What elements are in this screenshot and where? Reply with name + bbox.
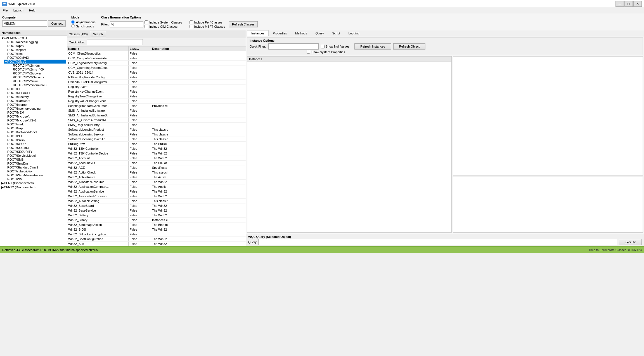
table-row[interactable]: RegistryValueChangeEvent False (67, 99, 246, 104)
ns-item[interactable]: ROOT\Microsoft (4, 114, 66, 118)
menu-help[interactable]: Help (27, 8, 37, 13)
table-row[interactable]: Win32_ActiveRoute False The Active (67, 175, 246, 180)
namespace-tree[interactable]: ▼\\MEMCM\ROOT ROOT\AccessLogging ROOT\Ap… (0, 36, 67, 246)
tab-query[interactable]: Query (311, 30, 328, 36)
ns-item[interactable]: ROOT\Appv (4, 44, 66, 48)
table-row[interactable]: Win32_ApplicationComman... False The App… (67, 184, 246, 189)
ns-item[interactable]: ROOT\MicrosoftIISv2 (4, 118, 66, 122)
ns-item[interactable]: ROOT\SMS (4, 158, 66, 161)
tab-methods[interactable]: Methods (291, 30, 311, 36)
ns-item[interactable]: ROOT\CIMV2\Security (10, 75, 66, 79)
ns-item[interactable]: ROOT\NetworkModel (4, 130, 66, 134)
table-row[interactable]: Win32_BaseService False The Win32 (67, 208, 246, 213)
table-row[interactable]: Win32_AssociatedProcesso... False The Wi… (67, 194, 246, 199)
ns-item[interactable]: ROOT\InventoryLogging (4, 107, 66, 111)
ns-item[interactable]: ROOT\MEM (4, 111, 66, 114)
include-msft-classes[interactable]: Include MSFT Classes (190, 25, 225, 28)
ns-item[interactable]: ROOT\StandardCimv2 (4, 165, 66, 169)
ns-item[interactable]: ROOT\Interop (4, 103, 66, 107)
table-row[interactable]: CCM_ClientDiagnostics False (67, 51, 246, 56)
table-row[interactable]: Win32_BitLockerEncryption... False (67, 232, 246, 237)
ns-item[interactable]: ROOT\PEH (4, 134, 66, 138)
classes-quick-filter[interactable] (87, 39, 143, 45)
ns-item[interactable]: ROOT\ccm (4, 52, 66, 56)
ns-item[interactable]: ROOT\CI (4, 87, 66, 91)
include-system-classes[interactable]: Include System Classes (145, 20, 182, 24)
show-system-properties[interactable]: Show System Properties (307, 50, 345, 54)
table-row[interactable]: Win32_1394ControllerDevice False The Win… (67, 151, 246, 156)
table-row[interactable]: Win32_AutochkSetting False This class r (67, 199, 246, 203)
ns-item[interactable]: ROOT\DEFAULT (4, 91, 66, 95)
async-radio[interactable] (71, 20, 75, 24)
ns-item[interactable]: ROOT\CIMV2\ms_409 (10, 67, 66, 71)
ns-item[interactable]: ROOT\RSOP (4, 142, 66, 146)
table-row[interactable]: SMS_RegLookupEntry False (67, 123, 246, 127)
ns-cert2[interactable]: ▶CERT2 (Disconnected) (1, 185, 66, 189)
table-row[interactable]: Win32_ApplicationService False The Win32 (67, 189, 246, 194)
menu-file[interactable]: File (1, 8, 10, 13)
table-row[interactable]: SMS_AI_Office14ProductM... False (67, 118, 246, 123)
sync-radio[interactable] (71, 24, 75, 28)
ns-item[interactable]: ROOT\ServiceModel (4, 154, 66, 158)
refresh-instances-button[interactable]: Refresh Instances (354, 43, 391, 50)
filter-input[interactable] (110, 21, 143, 27)
table-row[interactable]: Win32_BindImageAction False The BindIm (67, 222, 246, 227)
table-row[interactable]: Win32_BIOS False The Win32 (67, 227, 246, 232)
table-row[interactable]: Win32_ACE False Specifies a (67, 165, 246, 170)
ns-cert[interactable]: ▶CERT (Disconnected) (1, 181, 66, 185)
ns-item[interactable]: ROOT\aspnet (4, 48, 66, 52)
ns-item[interactable]: ROOT\SmsDm (4, 161, 66, 165)
tab-logging[interactable]: Logging (344, 30, 364, 36)
refresh-classes-button[interactable]: Refresh Classes (229, 21, 258, 27)
table-row[interactable]: StdRegProv False The StdRe (67, 142, 246, 146)
connect-button[interactable]: Connect (48, 20, 66, 27)
table-row[interactable]: CCM_OperatingSystemExte... False (67, 65, 246, 70)
maximize-button[interactable]: □ (624, 1, 633, 7)
ns-item[interactable]: ROOT\Policy (4, 138, 66, 142)
execute-button[interactable]: Execute (619, 239, 642, 245)
ns-item[interactable]: ROOT\Nap (4, 126, 66, 130)
table-row[interactable]: Win32_AllocatedResource False The Win32 (67, 180, 246, 184)
search-button[interactable]: Search (90, 31, 106, 37)
table-row[interactable]: Win32_Account False The Win32 (67, 156, 246, 161)
ns-item[interactable]: ROOT\CIMV2\power (10, 71, 66, 75)
include-cim-classes[interactable]: Include CIM Classes (145, 25, 182, 28)
table-row[interactable]: Win32_1394Controller False The Win32 (67, 146, 246, 151)
menu-launch[interactable]: Launch (12, 8, 25, 13)
ns-item[interactable]: ROOT\directory (4, 95, 66, 99)
table-row[interactable]: SoftwareLicensingTokenAc... False This c… (67, 137, 246, 142)
ns-item[interactable]: ROOT\Hardware (4, 99, 66, 103)
ns-root[interactable]: ▼\\MEMCM\ROOT (1, 36, 66, 40)
ns-item[interactable]: ROOT\SCCMDP (4, 146, 66, 150)
table-row[interactable]: CCM_ComputerSystemExte... False (67, 56, 246, 61)
ns-item[interactable]: ROOT\msdc (4, 122, 66, 126)
ns-cimv2[interactable]: ▼ROOT\CIMV2 (4, 60, 66, 64)
minimize-button[interactable]: ─ (615, 1, 624, 7)
ns-item[interactable]: ROOT\subscription (4, 169, 66, 173)
table-row[interactable]: RegistryEvent False (67, 85, 246, 89)
tab-properties[interactable]: Properties (269, 30, 291, 36)
table-row[interactable]: SoftwareLicensingProduct False This clas… (67, 127, 246, 132)
classes-list[interactable]: CCM_ClientDiagnostics False CCM_Computer… (67, 51, 246, 246)
table-row[interactable]: Win32_Binary False Instances c (67, 218, 246, 222)
close-button[interactable]: ✕ (633, 1, 642, 7)
tab-script[interactable]: Script (328, 30, 344, 36)
table-row[interactable]: RegistryKeyChangeEvent False (67, 89, 246, 94)
table-row[interactable]: Win32_Battery False The Win32 (67, 213, 246, 218)
ns-item[interactable]: ROOT\CCMVDI (4, 56, 66, 60)
show-null-values[interactable]: Show Null Values (321, 45, 349, 48)
wql-input[interactable] (258, 239, 617, 245)
table-row[interactable]: SMS_AI_InstalledSoftwareS... False (67, 113, 246, 118)
table-row[interactable]: SMS_AI_InstalledSoftware... False (67, 108, 246, 113)
include-perf-classes[interactable]: Include Perf Classes (190, 20, 225, 24)
table-row[interactable]: SoftwareLicensingService False This clas… (67, 132, 246, 137)
table-row[interactable]: Win32_BaseBoard False The Win32 (67, 203, 246, 208)
table-row[interactable]: CCM_LogicalMemoryConfig... False (67, 61, 246, 65)
computer-input[interactable] (2, 20, 47, 27)
table-row[interactable]: Win32_BootConfiguration False The Win32 (67, 237, 246, 242)
table-row[interactable]: Win32_ActionCheck False This associ (67, 170, 246, 175)
table-row[interactable]: Win32_Bus False The Win32 (67, 242, 246, 246)
table-row[interactable]: ScriptingStandardConsumer... False Provi… (67, 104, 246, 108)
ns-item[interactable]: ROOT\CIMV2\TerminalS (10, 83, 66, 87)
ns-item[interactable]: ROOT\WebAdministration (4, 173, 66, 177)
